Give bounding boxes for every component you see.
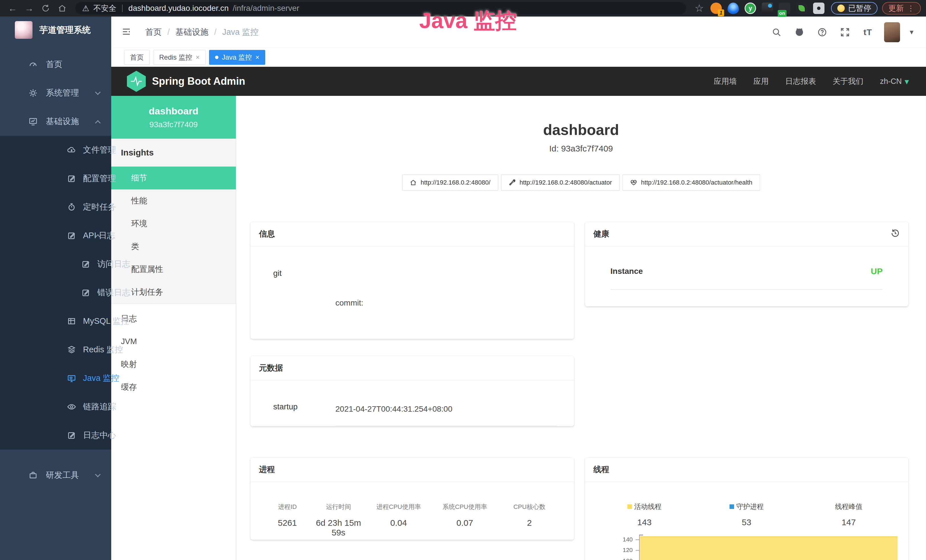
sidebar-item-label: MySQL 监控 — [83, 316, 129, 327]
help-icon[interactable] — [816, 26, 829, 39]
sidebar-item-mysql-monitor[interactable]: MySQL 监控 — [0, 307, 111, 336]
sba-item-logs[interactable]: 日志 — [111, 307, 236, 330]
sidebar-item-home[interactable]: 首页 — [0, 50, 111, 79]
sba-item-environment[interactable]: 环境 — [111, 212, 236, 235]
sba-item-metrics[interactable]: 性能 — [111, 189, 236, 212]
sidebar-item-label: 定时任务 — [83, 201, 116, 213]
history-icon[interactable] — [891, 229, 900, 240]
sidebar-item-error-log[interactable]: 错误日志 — [0, 278, 111, 307]
eye-icon — [67, 402, 76, 412]
sba-nav-wallboard[interactable]: 应用墙 — [714, 76, 737, 86]
briefcase-icon — [27, 471, 39, 480]
sidebar-item-tracing[interactable]: 链路追踪 — [0, 392, 111, 421]
home-icon — [410, 179, 417, 186]
extension-icon-leaf[interactable] — [796, 3, 807, 14]
sidebar-item-label: 链路追踪 — [83, 401, 116, 413]
header-actions: tT ▾ — [770, 22, 914, 42]
legend-text: 守护进程 — [736, 502, 764, 511]
legend-value: 147 — [798, 518, 900, 527]
extension-icon-grid[interactable] — [762, 3, 773, 14]
cloud-upload-icon — [67, 145, 76, 154]
legend-value: 143 — [593, 518, 696, 527]
tab-redis-monitor[interactable]: Redis 监控 × — [153, 50, 206, 65]
insights-section: Insights 细节 性能 环境 类 配置属性 计划任务 — [111, 139, 236, 304]
avatar-caret-icon[interactable]: ▾ — [910, 28, 914, 36]
app-logo-row[interactable]: 芋道管理系统 — [0, 21, 111, 39]
sidebar-item-java-monitor[interactable]: Java 监控 — [0, 364, 111, 392]
forward-icon[interactable]: → — [22, 2, 36, 15]
breadcrumb-home[interactable]: 首页 — [145, 27, 162, 38]
sidebar-item-log-center[interactable]: 日志中心 — [0, 421, 111, 450]
sba-menu: 应用墙 应用 日志报表 关于我们 zh-CN ▾ — [714, 76, 909, 86]
sidebar-item-scheduled-jobs[interactable]: 定时任务 — [0, 193, 111, 221]
sidebar-item-dev-tools[interactable]: 研发工具 — [0, 461, 111, 490]
sidebar-item-system[interactable]: 系统管理 — [0, 79, 111, 107]
back-icon[interactable]: ← — [5, 2, 20, 15]
chrome-update-button[interactable]: 更新 ⋮ — [882, 2, 921, 15]
gear-icon — [27, 88, 39, 98]
sba-item-classes[interactable]: 类 — [111, 235, 236, 258]
threads-legend: 活动线程 143 守护进程 53 线程峰值 147 — [585, 482, 909, 527]
gauge-icon — [27, 60, 39, 69]
user-avatar[interactable] — [884, 22, 900, 42]
card-title: 元数据 — [250, 356, 574, 381]
health-url-link[interactable]: http://192.168.0.2:48080/actuator/health — [623, 175, 760, 191]
extensions-puzzle-icon[interactable] — [813, 3, 825, 14]
legend-peak-threads: 线程峰值 147 — [798, 502, 900, 527]
sba-item-jvm[interactable]: JVM — [111, 330, 236, 353]
sidebar-item-config-manage[interactable]: 配置管理 — [0, 164, 111, 193]
sidebar-item-api-log[interactable]: API 日志 — [0, 221, 111, 250]
legend-label: 守护进程 — [729, 502, 764, 511]
hamburger-icon[interactable] — [121, 27, 132, 38]
active-tab-dot — [215, 56, 218, 59]
sidebar-item-file-manage[interactable]: 文件管理 — [0, 136, 111, 164]
sidebar-item-redis-monitor[interactable]: Redis 监控 — [0, 336, 111, 364]
search-icon[interactable] — [770, 26, 783, 39]
sidebar-item-label: 基础设施 — [46, 116, 79, 127]
chevron-down-icon — [95, 89, 101, 95]
card-title: 线程 — [585, 458, 909, 482]
sba-nav-applications[interactable]: 应用 — [753, 76, 769, 86]
sba-item-caches[interactable]: 缓存 — [111, 376, 236, 398]
tab-java-monitor[interactable]: Java 监控 × — [209, 50, 265, 65]
active-threads-area — [640, 536, 898, 560]
chevron-up-icon — [95, 120, 101, 126]
profile-paused-badge[interactable]: 已暂停 — [831, 2, 878, 15]
sidebar-item-access-log[interactable]: 访问日志 — [0, 250, 111, 278]
sba-item-details[interactable]: 细节 — [111, 166, 236, 189]
y-axis-tick: 120 — [599, 546, 633, 554]
extension-icon-pin[interactable] — [728, 3, 739, 14]
extension-badge: 1 — [718, 9, 724, 16]
fullscreen-icon[interactable] — [838, 26, 852, 39]
actuator-url-link[interactable]: http://192.168.0.2:48080/actuator — [501, 175, 620, 191]
github-icon[interactable] — [793, 26, 806, 39]
sba-nav-journal[interactable]: 日志报表 — [785, 76, 816, 86]
sba-nav-about[interactable]: 关于我们 — [832, 76, 863, 86]
card-title: 健康 — [593, 229, 610, 239]
extension-icon-orange[interactable]: 1 — [710, 3, 722, 14]
extension-icon-green-y[interactable]: y — [744, 3, 756, 14]
on-badge: on — [778, 10, 787, 17]
service-url-link[interactable]: http://192.168.0.2:48080/ — [402, 175, 498, 191]
extension-icon-switch[interactable]: on — [779, 3, 790, 14]
sba-item-label: 配置属性 — [131, 264, 163, 275]
font-size-icon[interactable]: tT — [861, 26, 875, 39]
info-body: git commit: time: 1596289704000 id: 27aa… — [250, 247, 574, 339]
metadata-body: startup 2021-04-27T00:44:31.254+08:00 — [250, 381, 574, 426]
tab-close-icon[interactable]: × — [255, 53, 259, 61]
instance-header[interactable]: dashboard 93a3fc7f7409 — [111, 96, 236, 139]
tab-home[interactable]: 首页 — [124, 50, 150, 65]
locale-selector[interactable]: zh-CN ▾ — [880, 76, 909, 86]
sba-item-mappings[interactable]: 映射 — [111, 353, 236, 376]
address-bar[interactable]: ⚠ 不安全 dashboard.yudao.iocoder.cn/infra/a… — [75, 2, 686, 15]
y-axis-line — [639, 534, 640, 560]
sidebar-item-label: 错误日志 — [97, 287, 130, 298]
tab-close-icon[interactable]: × — [196, 53, 200, 61]
browser-home-icon[interactable] — [55, 2, 70, 15]
bookmark-star-icon[interactable]: ☆ — [692, 2, 707, 15]
column-header: 运行时间 — [313, 502, 364, 511]
reload-icon[interactable] — [38, 2, 53, 15]
tick-mark — [635, 539, 639, 540]
breadcrumb-infra[interactable]: 基础设施 — [176, 27, 209, 38]
sidebar-item-infra[interactable]: 基础设施 — [0, 107, 111, 136]
